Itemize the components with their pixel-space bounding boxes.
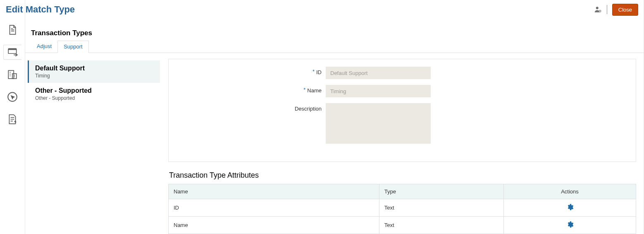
list-item-title: Other - Supported bbox=[35, 87, 154, 94]
name-label: *Name bbox=[177, 85, 326, 94]
attributes-table: Name Type Actions ID Text Name bbox=[168, 184, 636, 234]
col-actions: Actions bbox=[504, 184, 636, 199]
svg-rect-5 bbox=[8, 70, 14, 79]
name-field bbox=[326, 85, 431, 97]
attr-name: Name bbox=[169, 217, 379, 234]
svg-rect-3 bbox=[8, 48, 16, 50]
tab-adjust[interactable]: Adjust bbox=[31, 41, 57, 53]
id-label: *ID bbox=[177, 67, 326, 75]
list-item[interactable]: Default Support Timing bbox=[28, 60, 160, 83]
table-row: ID Text bbox=[169, 199, 636, 217]
attributes-heading: Transaction Type Attributes bbox=[169, 171, 636, 180]
list-item[interactable]: Other - Supported Other - Supported bbox=[28, 83, 160, 105]
tab-support[interactable]: Support bbox=[57, 41, 89, 53]
section-heading: Transaction Types bbox=[25, 22, 644, 41]
list-item-subtitle: Other - Supported bbox=[35, 95, 154, 101]
description-field bbox=[326, 103, 431, 144]
attr-type: Text bbox=[379, 199, 503, 217]
list-item-subtitle: Timing bbox=[35, 73, 154, 79]
svg-point-0 bbox=[596, 7, 599, 9]
nav-doc-tool-icon[interactable] bbox=[3, 112, 21, 127]
col-type: Type bbox=[379, 184, 503, 199]
nav-export-icon[interactable] bbox=[3, 45, 21, 60]
id-field bbox=[326, 67, 431, 79]
table-row: Name Text bbox=[169, 217, 636, 234]
nav-document-icon[interactable] bbox=[3, 22, 21, 37]
list-item-title: Default Support bbox=[35, 65, 154, 72]
page-title: Edit Match Type bbox=[6, 4, 75, 15]
svg-rect-6 bbox=[12, 74, 17, 79]
description-label: Description bbox=[177, 103, 326, 112]
attr-name: ID bbox=[169, 199, 379, 217]
attr-type: Text bbox=[379, 217, 503, 234]
gear-icon[interactable] bbox=[566, 203, 574, 211]
col-name: Name bbox=[169, 184, 379, 199]
user-role-icon[interactable] bbox=[594, 6, 602, 13]
nav-cursor-icon[interactable] bbox=[3, 89, 21, 104]
nav-building-icon[interactable] bbox=[3, 67, 21, 82]
header-divider bbox=[607, 5, 607, 14]
close-button[interactable]: Close bbox=[612, 4, 638, 16]
gear-icon[interactable] bbox=[566, 221, 574, 228]
